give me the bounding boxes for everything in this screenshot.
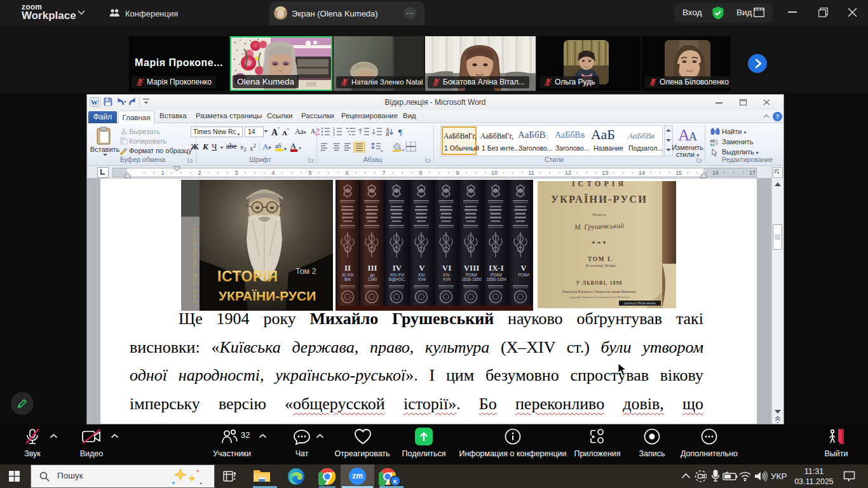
svg-text:Написав: Написав (592, 213, 606, 217)
svg-text:УКРАЇНИ-РУСИ: УКРАЇНИ-РУСИ (219, 288, 316, 303)
svg-text:10: 10 (491, 170, 498, 176)
svg-text:XVII: XVII (418, 277, 426, 281)
svg-text:V: V (419, 263, 425, 273)
svg-text:11: 11 (528, 170, 534, 176)
svg-text:VIII: VIII (464, 263, 480, 273)
svg-text:✦❧✦: ✦❧✦ (591, 240, 607, 246)
svg-text:Історія України - Руси. Том 2: Історія України - Руси. Том 2 (192, 227, 198, 304)
svg-text:XI-XIII: XI-XIII (342, 273, 353, 277)
svg-text:РОКИ: РОКИ (491, 273, 502, 277)
svg-text:А: А (290, 142, 296, 151)
svg-text:3: 3 (234, 170, 238, 176)
svg-text:1: 1 (161, 170, 164, 176)
svg-text:XVII: XVII (443, 277, 451, 281)
svg-text:ВІДНОС.: ВІДНОС. (389, 277, 406, 282)
svg-text:РОКИ: РОКИ (466, 273, 477, 277)
svg-text:13: 13 (602, 170, 608, 176)
svg-text:ІСТОРІЯ: ІСТОРІЯ (217, 268, 278, 285)
svg-text:XIV-XVI: XIV-XVI (390, 273, 405, 277)
svg-text:ІСТОРІЯ: ІСТОРІЯ (572, 181, 627, 188)
svg-text:УКРАЇНИ-РУСИ: УКРАЇНИ-РУСИ (551, 193, 648, 205)
svg-text:16: 16 (712, 170, 719, 176)
svg-text:Я: Я (386, 132, 390, 137)
svg-text:А: А (311, 128, 316, 135)
svg-text:А: А (689, 130, 697, 143)
svg-text:VI: VI (442, 263, 451, 273)
svg-text:IV: IV (393, 263, 402, 273)
svg-text:14: 14 (639, 170, 645, 176)
svg-text:РОКИ: РОКИ (518, 273, 529, 277)
svg-text:3: 3 (333, 133, 335, 137)
svg-text:15: 15 (675, 170, 682, 176)
svg-text:ТОМ І.: ТОМ І. (588, 256, 613, 262)
svg-text:K: K (393, 478, 398, 485)
svg-text:Накладом Наукового Товариства: Накладом Наукового Товариства імени Шевч… (562, 290, 637, 294)
svg-text:III: III (367, 263, 377, 273)
svg-text:1340: 1340 (368, 277, 377, 281)
svg-text:4: 4 (271, 170, 275, 176)
svg-text:IX-I: IX-I (489, 263, 504, 273)
svg-text:7: 7 (382, 170, 385, 176)
svg-text:17: 17 (749, 170, 756, 176)
svg-text:¶: ¶ (398, 127, 402, 137)
svg-text:з друкарні Наукового Товариств: з друкарні Наукового Товариства імени Ше… (569, 295, 630, 299)
svg-text:II: II (344, 263, 351, 273)
svg-text:ВІК: ВІК (344, 277, 351, 281)
svg-text:ac: ac (710, 142, 715, 146)
svg-text:Том 2: Том 2 (295, 267, 316, 276)
svg-text:XIV-: XIV- (418, 273, 426, 277)
svg-text:До початку XI віка: До початку XI віка (585, 264, 616, 268)
svg-text:9: 9 (456, 170, 459, 176)
svg-text:У ЛЬВОВІ, 1898: У ЛЬВОВІ, 1898 (576, 280, 622, 286)
svg-text:8: 8 (419, 170, 422, 176)
svg-text:1626-1650: 1626-1650 (461, 277, 481, 281)
svg-text:2: 2 (198, 170, 201, 176)
svg-text:аб: аб (275, 142, 281, 149)
svg-text:XIV-: XIV- (443, 273, 451, 277)
svg-text:6: 6 (345, 170, 348, 176)
svg-text:V: V (520, 263, 527, 273)
svg-text:12: 12 (565, 170, 571, 176)
svg-text:1650-1654: 1650-1654 (486, 277, 506, 281)
svg-text:5: 5 (308, 170, 311, 176)
